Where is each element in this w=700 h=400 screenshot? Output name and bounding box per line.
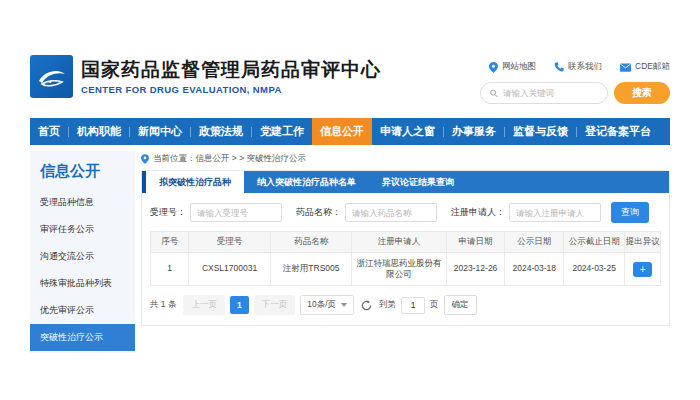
breadcrumb: 当前位置：信息公开 > > 突破性治疗公示 xyxy=(141,151,670,166)
cde-logo xyxy=(30,55,73,98)
cell-raise-objection: + xyxy=(625,253,661,286)
page: 国家药品监督管理局药品审评中心 CENTER FOR DRUG EVALUATI… xyxy=(0,0,700,400)
search-icon xyxy=(490,89,498,98)
nav-item-applicant-window[interactable]: 申请人之窗 xyxy=(372,118,443,145)
applicant-input[interactable] xyxy=(509,203,601,222)
site-title-en: CENTER FOR DRUG EVALUATION, NMPA xyxy=(81,84,381,95)
pagination-total: 共 1 条 xyxy=(150,299,176,311)
goto-label: 到第 xyxy=(379,299,396,311)
sidebar: 信息公开 受理品种信息 审评任务公示 沟通交流公示 特殊审批品种列表 优先审评公… xyxy=(30,151,135,353)
cell-publicity-date: 2024-03-18 xyxy=(505,253,564,286)
table-header-row: 序号 受理号 药品名称 注册申请人 申请日期 公示日期 公示截止日期 提出异议 xyxy=(151,232,661,253)
col-drug-name: 药品名称 xyxy=(270,232,352,253)
tab-bar: 拟突破性治疗品种 纳入突破性治疗品种名单 异议论证结果查询 xyxy=(142,171,669,193)
site-header: 国家药品监督管理局药品审评中心 CENTER FOR DRUG EVALUATI… xyxy=(30,55,670,113)
refresh-icon xyxy=(361,300,372,311)
content-panel: 拟突破性治疗品种 纳入突破性治疗品种名单 异议论证结果查询 受理号： 药品名称：… xyxy=(141,170,670,326)
brand-text: 国家药品监督管理局药品审评中心 CENTER FOR DRUG EVALUATI… xyxy=(81,58,381,95)
sidebar-item-breakthrough-therapy[interactable]: 突破性治疗公示 xyxy=(30,324,135,351)
drug-name-input[interactable] xyxy=(345,203,437,222)
goto-page-input[interactable] xyxy=(401,297,425,314)
sidebar-item-review-tasks[interactable]: 审评任务公示 xyxy=(30,216,135,243)
mail-icon xyxy=(620,63,631,72)
phone-icon xyxy=(554,62,564,72)
header-right: 网站地图 联系我们 CDE邮箱 xyxy=(480,55,670,104)
nav-item-registration-platform[interactable]: 登记备案平台 xyxy=(577,118,659,145)
quick-links: 网站地图 联系我们 CDE邮箱 xyxy=(489,61,670,73)
acceptance-no-input[interactable] xyxy=(190,203,282,222)
cell-drug-name: 注射用TRS005 xyxy=(270,253,352,286)
col-apply-date: 申请日期 xyxy=(446,232,505,253)
page-1-button[interactable]: 1 xyxy=(230,296,249,314)
col-acceptance-no: 受理号 xyxy=(189,232,271,253)
main-nav: 首页 机构职能 新闻中心 政策法规 党建工作 信息公开 申请人之窗 办事服务 监… xyxy=(30,118,670,145)
refresh-control[interactable] xyxy=(361,300,372,311)
map-pin-icon xyxy=(489,62,498,73)
header-search: 搜索 xyxy=(480,82,670,104)
nav-item-news[interactable]: 新闻中心 xyxy=(130,118,190,145)
sidebar-item-special-approval-list[interactable]: 特殊审批品种列表 xyxy=(30,270,135,297)
nav-item-supervision[interactable]: 监督与反馈 xyxy=(505,118,576,145)
link-contact-label: 联系我们 xyxy=(568,61,602,73)
prev-page-button[interactable]: 上一页 xyxy=(183,295,225,315)
col-publicity-end-date: 公示截止日期 xyxy=(564,232,625,253)
cell-applicant: 浙江特瑞思药业股份有限公司 xyxy=(352,253,446,286)
col-raise-objection: 提出异议 xyxy=(625,232,661,253)
page-size-select[interactable]: 10条/页 xyxy=(300,295,354,315)
site-brand: 国家药品监督管理局药品审评中心 CENTER FOR DRUG EVALUATI… xyxy=(30,55,381,98)
results-table: 序号 受理号 药品名称 注册申请人 申请日期 公示日期 公示截止日期 提出异议 xyxy=(150,231,661,286)
nav-item-party[interactable]: 党建工作 xyxy=(252,118,312,145)
tab-included-list[interactable]: 纳入突破性治疗品种名单 xyxy=(244,171,369,193)
nav-item-services[interactable]: 办事服务 xyxy=(444,118,504,145)
col-applicant: 注册申请人 xyxy=(352,232,446,253)
header-search-input[interactable] xyxy=(503,88,598,98)
goto-unit: 页 xyxy=(430,299,439,311)
cell-apply-date: 2023-12-26 xyxy=(446,253,505,286)
drug-name-label: 药品名称： xyxy=(296,206,341,219)
table-row: 1 CXSL1700031 注射用TRS005 浙江特瑞思药业股份有限公司 20… xyxy=(151,253,661,286)
query-button[interactable]: 查询 xyxy=(611,202,649,223)
tab-objection-results[interactable]: 异议论证结果查询 xyxy=(369,171,467,193)
acceptance-no-label: 受理号： xyxy=(150,206,186,219)
breadcrumb-text: 当前位置：信息公开 > > 突破性治疗公示 xyxy=(153,153,306,165)
link-sitemap[interactable]: 网站地图 xyxy=(489,61,536,73)
nav-item-info-disclosure[interactable]: 信息公开 xyxy=(312,118,372,145)
header-search-box[interactable] xyxy=(480,82,608,104)
next-page-button[interactable]: 下一页 xyxy=(254,295,296,315)
cde-logo-swoosh xyxy=(35,60,69,94)
header-search-button[interactable]: 搜索 xyxy=(614,82,670,104)
page-size-value: 10条/页 xyxy=(307,299,336,311)
confirm-button[interactable]: 确定 xyxy=(444,295,477,315)
sidebar-title: 信息公开 xyxy=(30,151,135,189)
link-cde-mail[interactable]: CDE邮箱 xyxy=(620,61,670,73)
tab-proposed-breakthrough[interactable]: 拟突破性治疗品种 xyxy=(146,171,244,193)
col-publicity-date: 公示日期 xyxy=(505,232,564,253)
add-objection-button[interactable]: + xyxy=(633,262,652,277)
link-sitemap-label: 网站地图 xyxy=(502,61,536,73)
sidebar-item-priority-review[interactable]: 优先审评公示 xyxy=(30,297,135,324)
caret-down-icon xyxy=(341,303,347,307)
link-contact[interactable]: 联系我们 xyxy=(554,61,602,73)
applicant-label: 注册申请人： xyxy=(451,206,505,219)
site-title-cn: 国家药品监督管理局药品审评中心 xyxy=(81,58,381,82)
pagination: 共 1 条 上一页 1 下一页 10条/页 xyxy=(150,295,661,315)
nav-item-functions[interactable]: 机构职能 xyxy=(69,118,129,145)
location-pin-icon xyxy=(141,154,149,164)
sidebar-item-accepted-varieties[interactable]: 受理品种信息 xyxy=(30,189,135,216)
cell-acceptance-no: CXSL1700031 xyxy=(189,253,271,286)
col-index: 序号 xyxy=(151,232,189,253)
filter-bar: 受理号： 药品名称： 注册申请人： 查询 xyxy=(142,193,669,231)
nav-item-policy[interactable]: 政策法规 xyxy=(191,118,251,145)
link-cde-mail-label: CDE邮箱 xyxy=(635,61,670,73)
sidebar-item-communication[interactable]: 沟通交流公示 xyxy=(30,243,135,270)
cell-publicity-end-date: 2024-03-25 xyxy=(564,253,625,286)
cell-index: 1 xyxy=(151,253,189,286)
nav-item-home[interactable]: 首页 xyxy=(30,118,68,145)
